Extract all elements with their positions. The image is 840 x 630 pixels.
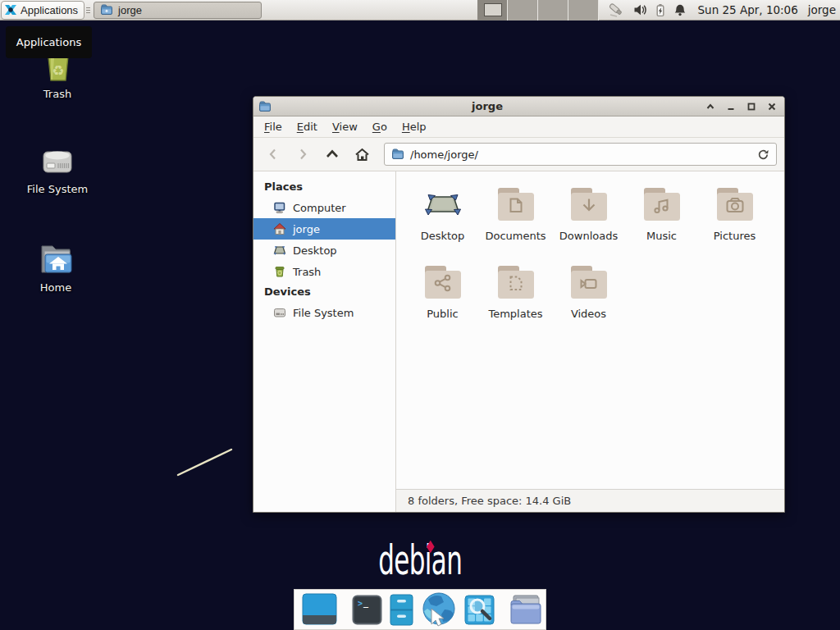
file-manager-launcher[interactable] [390,594,413,626]
file-label: Music [646,230,677,242]
application-finder-icon [464,595,495,625]
sidebar-item-computer[interactable]: Computer [253,197,395,218]
folder-icon [100,3,113,16]
notifications-tray-icon[interactable] [673,3,687,17]
videos-folder-icon [569,262,609,302]
panel-handle[interactable] [84,0,92,21]
file-music[interactable]: Music [625,185,698,262]
downloads-folder-icon [569,185,609,224]
window-folder-icon [258,100,272,113]
documents-folder-icon [496,185,536,224]
pictures-folder-icon [715,185,755,224]
svg-text:>: > [358,599,363,608]
desktop-folder-icon [423,185,463,224]
workspace-3[interactable] [538,0,568,21]
sidebar-item-desktop[interactable]: Desktop [253,240,395,261]
sidebar-places-header: Places [253,177,395,197]
desktop-icon-home[interactable]: Home [16,238,95,294]
applications-tooltip: Applications [6,26,92,58]
file-label: Desktop [421,230,465,242]
stylus-tray-icon[interactable] [607,2,627,17]
home-button[interactable] [349,143,374,166]
sidebar-item-trash[interactable]: Trash [253,261,395,282]
close-button[interactable] [765,99,779,114]
applications-menu-label: Applications [21,4,78,16]
workspace-window-thumb [484,3,502,16]
maximize-button[interactable] [744,99,759,114]
file-videos[interactable]: Videos [552,262,625,340]
directory-menu-launcher[interactable] [509,594,543,625]
menu-file[interactable]: File [257,118,290,135]
debian-wallpaper-logo: debian [0,540,840,581]
volume-tray-icon[interactable] [633,3,647,16]
back-button[interactable] [261,143,285,166]
menu-help[interactable]: Help [395,118,434,135]
workspace-1[interactable] [477,0,508,21]
workspace-2[interactable] [508,0,538,21]
file-label: Templates [488,308,542,320]
desktop-icon-label: Home [16,281,95,294]
sidebar-item-label: jorge [293,223,320,235]
workspace-4[interactable] [568,0,599,21]
location-path[interactable]: /home/jorge/ [410,148,751,161]
file-pane: Desktop Documents [396,171,784,512]
location-folder-icon [391,148,404,161]
file-label: Pictures [714,230,756,242]
menu-go[interactable]: Go [365,118,395,135]
reload-icon[interactable] [757,148,769,161]
web-browser-launcher[interactable] [421,592,457,628]
file-public[interactable]: Public [406,262,479,340]
file-label: Public [427,308,458,320]
desktop-icon-label: Trash [18,88,97,100]
panel-clock[interactable]: Sun 25 Apr, 10:06 [698,3,798,16]
show-desktop-launcher[interactable] [302,593,337,626]
wallpaper-scratch-line [174,445,238,481]
taskbar-window-label: jorge [118,4,142,16]
file-cabinet-icon [390,594,413,626]
battery-tray-icon[interactable] [654,3,667,17]
sidebar-item-label: Computer [293,202,346,214]
file-documents[interactable]: Documents [479,185,552,262]
xfce-logo-icon [5,4,17,16]
web-browser-globe-icon [421,592,457,628]
show-desktop-icon [302,593,337,626]
file-label: Videos [571,308,606,320]
sidebar: Places Computer jorge [253,171,396,512]
public-folder-icon [423,262,463,302]
file-grid: Desktop Documents [396,171,784,489]
applications-menu-button[interactable]: Applications [1,1,84,20]
menu-view[interactable]: View [325,118,365,135]
application-finder-launcher[interactable] [464,595,495,625]
filesystem-icon [38,139,77,179]
svg-text:_: _ [363,598,369,608]
terminal-launcher[interactable]: > _ [352,595,382,625]
templates-folder-icon [496,262,536,302]
sidebar-item-filesystem[interactable]: File System [253,302,395,323]
minimize-button[interactable] [724,99,738,114]
shade-button[interactable] [703,99,718,114]
terminal-icon: > _ [352,595,382,625]
drive-icon [273,306,286,319]
sidebar-item-label: Desktop [293,244,337,257]
sidebar-item-jorge[interactable]: jorge [253,218,395,240]
up-button[interactable] [320,143,345,166]
window-title: jorge [272,100,703,112]
sidebar-item-label: File System [293,307,354,319]
taskbar-window-button[interactable]: jorge [94,2,262,19]
forward-button[interactable] [290,143,315,166]
location-bar[interactable]: /home/jorge/ [384,143,777,166]
debian-logo-text: debian [378,540,462,581]
file-desktop[interactable]: Desktop [406,185,479,262]
file-templates[interactable]: Templates [479,262,552,340]
window-titlebar[interactable]: jorge [253,97,784,116]
computer-icon [273,201,286,214]
desktop-icon-filesystem[interactable]: File System [18,139,97,195]
menu-edit[interactable]: Edit [290,118,325,135]
file-pictures[interactable]: Pictures [698,185,771,262]
trash-icon [273,265,286,278]
desktop-icon-label: File System [18,183,97,195]
desktop-icon [273,244,286,257]
home-icon [273,222,286,235]
home-folder-icon [36,238,75,277]
file-downloads[interactable]: Downloads [552,185,625,262]
